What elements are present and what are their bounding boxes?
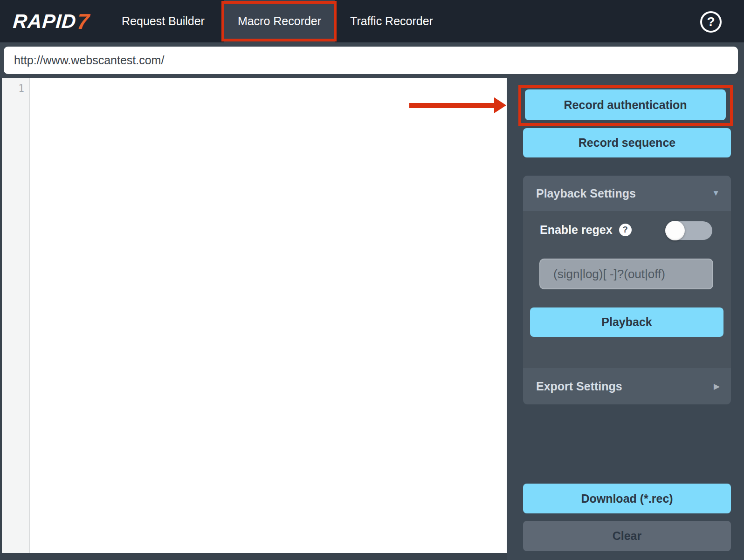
clear-button[interactable]: Clear (523, 521, 731, 551)
chevron-right-icon: ▶ (714, 382, 720, 391)
annotation-arrow (409, 103, 495, 108)
regex-pattern-input[interactable] (539, 259, 713, 289)
macro-editor[interactable]: 1 (2, 78, 507, 553)
url-bar-row (0, 42, 744, 78)
download-rec-button[interactable]: Download (*.rec) (523, 484, 731, 513)
top-navigation-bar: RAPID7 Request Builder Macro Recorder Tr… (0, 0, 744, 42)
playback-button[interactable]: Playback (530, 307, 723, 337)
tab-label: Traffic Recorder (350, 14, 433, 28)
regex-help-icon[interactable]: ? (619, 224, 632, 236)
tab-traffic-recorder[interactable]: Traffic Recorder (340, 0, 443, 42)
line-number-gutter: 1 (2, 78, 30, 553)
rapid7-logo: RAPID7 (12, 0, 91, 42)
tab-label: Request Builder (122, 14, 205, 28)
editor-content[interactable] (30, 78, 507, 553)
url-input[interactable] (4, 47, 738, 74)
main-area: 1 Record authentication Record sequence … (0, 78, 744, 560)
record-authentication-button[interactable]: Record authentication (525, 89, 726, 120)
logo-text: RAPID (12, 10, 77, 33)
playback-settings-header[interactable]: Playback Settings ▼ (523, 176, 731, 211)
enable-regex-toggle[interactable] (665, 221, 712, 240)
tab-request-builder[interactable]: Request Builder (117, 0, 210, 42)
tab-label: Macro Recorder (238, 14, 321, 28)
line-number: 1 (18, 83, 24, 94)
sidebar: Record authentication Record sequence Pl… (507, 78, 744, 560)
toggle-knob (665, 221, 685, 240)
help-icon[interactable]: ? (700, 11, 722, 33)
tab-macro-recorder[interactable]: Macro Recorder (224, 0, 335, 42)
playback-settings-title: Playback Settings (536, 187, 636, 200)
settings-panel: Playback Settings ▼ Enable regex ? Playb… (523, 176, 731, 404)
export-settings-title: Export Settings (536, 380, 622, 393)
export-settings-header[interactable]: Export Settings ▶ (523, 368, 731, 404)
enable-regex-label: Enable regex (540, 223, 613, 237)
annotation-arrow-head (494, 97, 506, 113)
playback-settings-body: Enable regex ? Playback (523, 211, 731, 368)
logo-seven-icon: 7 (76, 9, 90, 34)
chevron-down-icon: ▼ (712, 189, 720, 198)
record-sequence-button[interactable]: Record sequence (523, 128, 731, 157)
question-mark-glyph: ? (707, 14, 715, 29)
